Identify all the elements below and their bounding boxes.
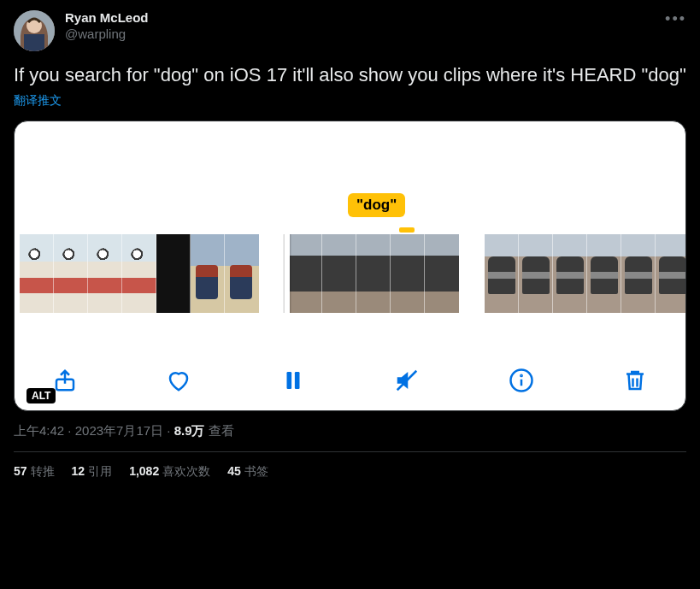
clip-thumbnail bbox=[656, 234, 685, 313]
clip-thumbnail bbox=[391, 234, 425, 313]
clip-thumbnail bbox=[425, 234, 459, 313]
stat-bookmarks[interactable]: 45书签 bbox=[227, 464, 268, 480]
clip-thumbnail bbox=[122, 234, 156, 313]
pause-icon[interactable] bbox=[279, 366, 308, 395]
search-keyword-badge: "dog" bbox=[348, 193, 405, 217]
clip-thumbnail bbox=[322, 234, 356, 313]
tweet-meta[interactable]: 上午4:42 · 2023年7月17日 · 8.9万 查看 bbox=[14, 423, 686, 439]
tweet-text: If you search for "dog" on iOS 17 it'll … bbox=[14, 63, 686, 88]
tweet-date: 2023年7月17日 bbox=[75, 423, 163, 438]
clip-thumbnail bbox=[225, 234, 259, 313]
stat-likes[interactable]: 1,082喜欢次数 bbox=[129, 464, 210, 480]
mute-icon[interactable] bbox=[392, 366, 421, 395]
more-icon[interactable]: ••• bbox=[665, 10, 686, 28]
stat-retweets[interactable]: 57转推 bbox=[14, 464, 55, 480]
clip-thumbnail bbox=[54, 234, 88, 313]
tweet-stats: 57转推 12引用 1,082喜欢次数 45书签 bbox=[14, 452, 686, 492]
keyword-timeline-marker bbox=[399, 227, 415, 233]
clip-group-active[interactable] bbox=[285, 234, 459, 313]
playhead[interactable] bbox=[285, 234, 290, 313]
svg-rect-2 bbox=[24, 34, 44, 51]
user-name-block[interactable]: Ryan McLeod @warpling bbox=[65, 10, 149, 43]
tweet-time: 上午4:42 bbox=[14, 423, 64, 438]
clip-thumbnail bbox=[621, 234, 656, 313]
clip-thumbnail bbox=[519, 234, 553, 313]
media-attachment[interactable]: "dog" bbox=[14, 121, 686, 411]
clip-thumbnail bbox=[288, 234, 322, 313]
svg-rect-5 bbox=[295, 372, 300, 389]
trash-icon[interactable] bbox=[621, 366, 650, 395]
clip-thumbnail bbox=[88, 234, 122, 313]
clip-group[interactable] bbox=[485, 234, 685, 313]
stat-quotes[interactable]: 12引用 bbox=[72, 464, 113, 480]
heart-icon[interactable] bbox=[164, 366, 193, 395]
svg-point-9 bbox=[521, 374, 521, 375]
clip-thumbnail bbox=[485, 234, 519, 313]
display-name: Ryan McLeod bbox=[65, 10, 149, 27]
info-icon[interactable] bbox=[507, 366, 536, 395]
video-timeline[interactable] bbox=[15, 234, 685, 313]
clip-thumbnail bbox=[587, 234, 621, 313]
media-toolbar bbox=[15, 366, 685, 395]
tweet-header: Ryan McLeod @warpling ••• bbox=[14, 10, 686, 51]
clip-thumbnail bbox=[553, 234, 587, 313]
avatar[interactable] bbox=[14, 10, 55, 51]
alt-badge[interactable]: ALT bbox=[26, 388, 56, 403]
translate-link[interactable]: 翻译推文 bbox=[14, 93, 686, 109]
clip-thumbnail bbox=[156, 234, 191, 313]
clip-group[interactable] bbox=[20, 234, 259, 313]
views-label: 查看 bbox=[209, 423, 234, 438]
svg-rect-4 bbox=[286, 372, 291, 389]
tweet-container: Ryan McLeod @warpling ••• If you search … bbox=[0, 0, 700, 492]
clip-thumbnail bbox=[191, 234, 225, 313]
clip-thumbnail bbox=[356, 234, 391, 313]
views-count: 8.9万 bbox=[174, 423, 205, 438]
user-handle: @warpling bbox=[65, 27, 149, 43]
clip-thumbnail bbox=[20, 234, 54, 313]
